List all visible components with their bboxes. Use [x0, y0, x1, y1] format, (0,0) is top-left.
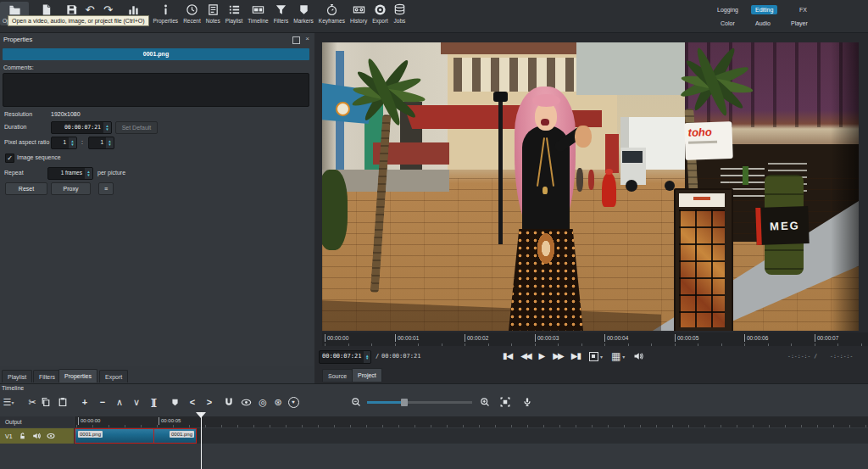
scene-right-shade — [831, 42, 859, 331]
timecode-spinner[interactable]: ▲▼ — [364, 351, 370, 363]
split-button[interactable]: ][ — [146, 394, 161, 410]
timeline-button[interactable]: Timeline — [245, 2, 270, 25]
scrub-while-dragging-button[interactable] — [239, 394, 253, 410]
timeline-zoom-out-button[interactable] — [349, 394, 363, 410]
volume-button[interactable] — [633, 351, 643, 361]
player-ruler[interactable]: 00:00:00 00:00:01 00:00:02 00:00:03 00:0… — [322, 332, 868, 346]
zoom-timeline-to-fit-button[interactable] — [498, 394, 512, 410]
scene-person-mouth — [541, 119, 549, 126]
recent-button[interactable]: Recent — [181, 2, 203, 25]
tab-filters[interactable]: Filters — [33, 370, 61, 382]
scene-truck-windshield — [622, 151, 643, 163]
timeline-clip[interactable]: 0001.png — [75, 428, 154, 444]
comments-textarea[interactable] — [3, 73, 309, 107]
duration-field[interactable]: 00:00:07:21 ▲▼ — [51, 121, 112, 134]
timeline-zoom-slider-track[interactable] — [367, 401, 472, 404]
markers-button[interactable]: Markers — [291, 2, 315, 25]
properties-menu-button[interactable]: ≡ — [98, 182, 114, 195]
ripple-markers-button[interactable]: ♥ — [287, 394, 300, 410]
grid-button[interactable]: ▦ ▾ — [611, 351, 625, 361]
layout-editing-button[interactable]: Editing — [751, 5, 777, 14]
proxy-button[interactable]: Proxy — [51, 182, 91, 195]
scene-person-fringe — [532, 94, 560, 107]
scene-red-booth — [605, 134, 619, 173]
scene-bush — [322, 170, 348, 250]
file-name-header[interactable]: 0001.png — [3, 48, 309, 60]
par-numerator-spinner[interactable]: ▲▼ — [69, 137, 76, 148]
tab-export[interactable]: Export — [99, 370, 128, 382]
properties-button[interactable]: Properties — [151, 2, 181, 25]
layout-color-button[interactable]: Color — [716, 19, 739, 28]
timeline-clip[interactable]: 0001.png — [153, 428, 197, 444]
ripple-delete-button[interactable]: − — [96, 394, 109, 410]
v1-track-head[interactable]: V1 — [0, 428, 74, 444]
fast-forward-button[interactable]: ▶▶ — [553, 350, 562, 362]
filters-button[interactable]: Filters — [271, 2, 292, 25]
skip-to-start-button[interactable]: ▮◀ — [503, 350, 512, 362]
repeat-field[interactable]: 1 frames ▲▼ — [47, 167, 93, 180]
copy-button[interactable] — [39, 394, 53, 410]
keyframes-button[interactable]: Keyframes — [316, 2, 348, 25]
tab-project[interactable]: Project — [352, 368, 382, 382]
v1-track-lane[interactable]: 0001.png 0001.png — [74, 428, 868, 444]
layout-logging-button[interactable]: Logging — [713, 5, 743, 14]
mute-icon[interactable] — [32, 432, 41, 440]
tab-playlist[interactable]: Playlist — [2, 370, 32, 382]
history-button[interactable]: History — [348, 2, 370, 25]
close-panel-icon[interactable]: × — [305, 35, 309, 42]
repeat-spinner[interactable]: ▲▼ — [85, 168, 92, 179]
toolbar-label: Playlist — [225, 18, 243, 24]
jobs-button[interactable]: Jobs — [391, 2, 409, 25]
rewind-button[interactable]: ◀◀ — [520, 350, 530, 362]
overwrite-button[interactable]: ∨ — [130, 394, 143, 410]
timeline-zoom-in-button[interactable] — [478, 394, 492, 410]
tab-properties[interactable]: Properties — [58, 369, 97, 382]
par-denominator-field[interactable]: 1 ▲▼ — [88, 137, 114, 149]
notes-button[interactable]: Notes — [203, 2, 223, 25]
playhead-line[interactable] — [201, 412, 202, 469]
playlist-button[interactable]: Playlist — [223, 2, 246, 25]
append-button[interactable]: + — [78, 394, 92, 410]
transport-controls: ▮◀ ◀◀ ▶ ▶▶ ▶▮ ▾ ▦ ▾ — [503, 349, 689, 364]
toho-sign-text: toho — [687, 126, 712, 139]
export-button[interactable]: Export — [370, 2, 391, 25]
player-timecode-field[interactable]: 00:00:07:21 ▲▼ — [319, 350, 371, 364]
timeline-zoom-slider-handle[interactable] — [401, 399, 408, 406]
lift-button[interactable]: ∧ — [113, 394, 126, 410]
duration-spinner[interactable]: ▲▼ — [103, 122, 111, 133]
grid-icon: ▦ — [611, 351, 620, 361]
timeline-menu-button[interactable]: ☰▾ — [2, 394, 15, 410]
layout-audio-button[interactable]: Audio — [751, 19, 775, 28]
layout-fx-button[interactable]: FX — [795, 5, 811, 14]
play-button[interactable]: ▶ — [539, 350, 545, 362]
player-total-sep: / — [376, 353, 379, 360]
set-default-button[interactable]: Set Default — [115, 121, 158, 134]
skip-to-end-button[interactable]: ▶▮ — [571, 350, 581, 362]
chevron-down-icon: ▾ — [622, 354, 625, 360]
lock-icon[interactable] — [19, 433, 26, 440]
timeline-ruler[interactable]: 00:00:00 00:00:05 — [75, 416, 868, 427]
layout-player-button[interactable]: Player — [787, 19, 812, 28]
image-sequence-checkbox[interactable]: ✓ — [5, 154, 14, 163]
marker-button[interactable] — [168, 394, 181, 410]
next-marker-button[interactable]: > — [203, 394, 215, 410]
zoom-fit-button[interactable]: ▾ — [589, 352, 603, 361]
snap-button[interactable] — [222, 394, 236, 410]
previous-marker-button[interactable]: < — [186, 394, 198, 410]
cut-button[interactable]: ✂ — [25, 394, 39, 410]
chevron-down-icon: ▾ — [600, 354, 603, 360]
reset-button[interactable]: Reset — [5, 182, 47, 195]
hide-icon[interactable] — [47, 432, 55, 440]
par-denominator-spinner[interactable]: ▲▼ — [106, 137, 114, 148]
tab-source[interactable]: Source — [322, 369, 353, 382]
ruler-tick: 00:00:02 — [465, 334, 488, 342]
par-numerator-field[interactable]: 1 ▲▼ — [51, 137, 77, 149]
output-track-head[interactable]: Output — [0, 416, 74, 427]
ripple-all-tracks-button[interactable]: ⊛ — [271, 394, 285, 410]
paste-button[interactable] — [56, 394, 70, 410]
toolbar-label: Notes — [206, 18, 220, 24]
float-panel-icon[interactable] — [292, 36, 300, 44]
ripple-button[interactable]: ◎ — [256, 394, 270, 410]
record-audio-button[interactable] — [520, 394, 534, 410]
toolbar-label: Markers — [293, 18, 313, 24]
